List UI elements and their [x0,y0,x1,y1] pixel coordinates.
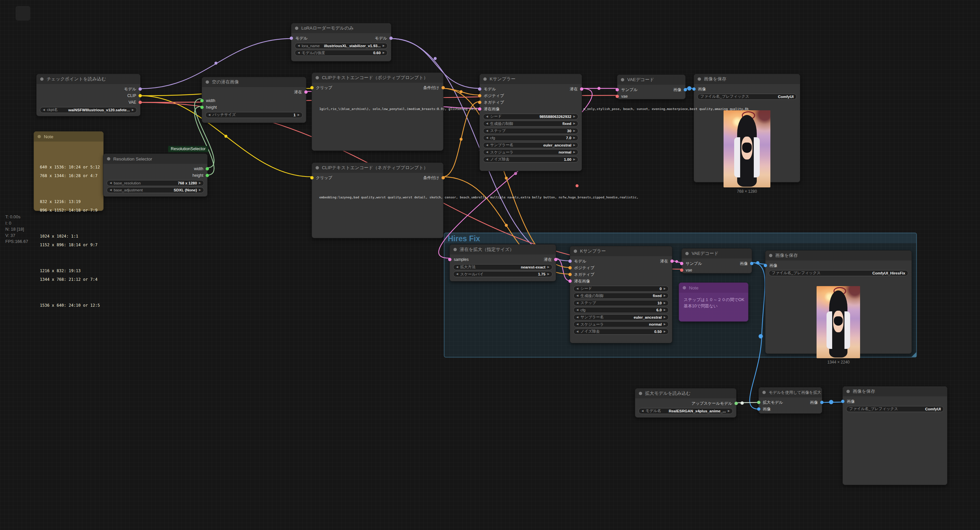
base-adjustment-widget[interactable]: ◀base_adjustmentSDXL (None)▶ [107,187,204,193]
clip-port-icon[interactable] [138,94,142,97]
next-arrow-icon[interactable]: ▶ [132,109,134,111]
denoise-widget[interactable]: ◀ノイズ除去1.00▶ [483,156,578,162]
node-empty-latent[interactable]: 空の潜在画像 潜在 width height ◀バッチサイズ1▶ [202,77,306,123]
seed-widget[interactable]: ◀シード985588063262932▶ [483,114,578,119]
latent-port-icon[interactable] [554,258,557,261]
collapse-dot-icon[interactable] [316,76,319,80]
next-arrow-icon[interactable]: ▶ [573,122,575,125]
next-arrow-icon[interactable]: ▶ [664,287,666,290]
input-image[interactable]: 画像 [768,263,777,269]
image-port-icon[interactable] [820,401,824,404]
output-latent[interactable]: 潜在 [570,86,579,92]
generated-image-preview[interactable] [816,286,860,358]
next-arrow-icon[interactable]: ▶ [298,114,300,116]
node-vae-decode-1[interactable]: VAEデコード サンプル 画像 vae [617,75,686,99]
prev-arrow-icon[interactable]: ◀ [486,158,488,161]
input-clip[interactable]: クリップ [315,85,332,91]
ckpt-name-widget[interactable]: ◀ckpt名waiNSFWIllustrious_v120.safete...▶ [40,107,137,113]
negative-prompt-text[interactable]: embedding:lazyneg,bad quality,worst qual… [319,196,638,199]
next-arrow-icon[interactable]: ▶ [573,130,575,132]
clip-port-icon[interactable] [310,176,313,180]
cfg-widget[interactable]: ◀cfg6.0▶ [573,307,669,313]
node-vae-decode-2[interactable]: VAEデコード サンプル 画像 vae [681,248,752,274]
prev-arrow-icon[interactable]: ◀ [486,115,488,118]
collapse-dot-icon[interactable] [107,157,110,161]
int-port-icon[interactable] [206,167,209,170]
collapse-dot-icon[interactable] [698,77,701,81]
node-graph-canvas[interactable]: Hires Fix [0,0,980,530]
int-port-icon[interactable] [200,106,204,109]
output-upscale-model[interactable]: アップスケールモデル [691,401,733,406]
model-name-widget[interactable]: ◀モデル名RealESRGAN_x4plus_anime_...▶ [638,408,733,414]
collapse-dot-icon[interactable] [484,77,487,81]
filename-prefix-widget[interactable]: ファイル名_プレフィックスComfyUI [697,94,797,100]
group-hires-fix-header[interactable] [444,233,916,243]
input-samples[interactable]: samples [453,257,469,262]
prev-arrow-icon[interactable]: ◀ [486,130,488,132]
model-port-icon[interactable] [478,88,481,91]
lora-name-widget[interactable]: ◀lora_nameillustriousXL_stabilizer_v1.93… [295,43,388,49]
vae-port-icon[interactable] [138,101,142,104]
next-arrow-icon[interactable]: ▶ [199,182,201,185]
input-samples[interactable]: サンプル [620,87,638,93]
conditioning-port-icon[interactable] [442,176,445,180]
cfg-widget[interactable]: ◀cfg7.0▶ [483,135,578,141]
node-clip-encode-positive[interactable]: CLIPテキストエンコード（ポジティブプロンプト） クリップ 条件付け 1gir… [312,72,444,151]
generated-image-preview[interactable] [724,110,770,188]
prev-arrow-icon[interactable]: ◀ [456,266,458,269]
next-arrow-icon[interactable]: ▶ [547,273,549,275]
scheduler-widget[interactable]: ◀スケジューラnormal▶ [573,322,669,327]
conditioning-port-icon[interactable] [478,101,481,104]
output-image[interactable]: 画像 [673,87,682,93]
conditioning-port-icon[interactable] [568,273,572,276]
prev-arrow-icon[interactable]: ◀ [576,330,578,333]
image-port-icon[interactable] [757,407,760,411]
batch-size-widget[interactable]: ◀バッチサイズ1▶ [205,112,303,118]
prev-arrow-icon[interactable]: ◀ [641,410,643,412]
node-load-upscale-model[interactable]: 拡大モデルを読み込む アップスケールモデル ◀モデル名RealESRGAN_x4… [635,388,737,418]
node-save-image-3[interactable]: 画像を保存 画像 ファイル名_プレフィックスComfyUI [842,386,947,485]
next-arrow-icon[interactable]: ▶ [664,309,666,311]
output-latent[interactable]: 潜在 [294,89,303,95]
prev-arrow-icon[interactable]: ◀ [486,144,488,146]
prev-arrow-icon[interactable]: ◀ [43,109,45,111]
prev-arrow-icon[interactable]: ◀ [486,122,488,125]
scale-by-widget[interactable]: ◀スケールバイ1.75▶ [453,271,552,277]
collapse-dot-icon[interactable] [621,78,624,81]
base-resolution-widget[interactable]: ◀base_resolution768 x 1280▶ [107,180,204,186]
collapse-dot-icon[interactable] [38,135,41,138]
prev-arrow-icon[interactable]: ◀ [208,114,210,116]
int-port-icon[interactable] [206,174,209,177]
input-latent-image[interactable]: 潜在画像 [573,279,590,284]
image-port-icon[interactable] [750,262,753,265]
steps-widget[interactable]: ◀ステップ10▶ [573,300,669,306]
node-upscale-latent[interactable]: 潜在を拡大（指定サイズ） samples 潜在 ◀拡大方法nearest-exa… [449,244,556,282]
output-clip[interactable]: CLIP [127,93,137,98]
conditioning-port-icon[interactable] [568,266,572,269]
next-arrow-icon[interactable]: ▶ [728,410,730,412]
output-conditioning[interactable]: 条件付け [423,175,440,181]
clip-port-icon[interactable] [310,86,313,89]
vae-port-icon[interactable] [616,95,619,98]
node-ksampler-1[interactable]: Kサンプラー モデル 潜在 ポジティブ ネガティブ 潜在画像 ◀シード98558… [479,74,582,171]
latent-port-icon[interactable] [580,88,583,91]
latent-port-icon[interactable] [478,107,481,111]
collapse-dot-icon[interactable] [453,248,457,251]
latent-port-icon[interactable] [304,91,308,94]
control-after-generate-widget[interactable]: ◀生成後の制御fixed▶ [483,121,578,127]
output-conditioning[interactable]: 条件付け [423,85,440,91]
node-resolution-selector[interactable]: Resolution Selector width height ◀base_r… [103,153,208,197]
node-note-resolutions[interactable]: Note 640 x 1536: 10:24 or 5:12768 x 1344… [33,131,103,211]
input-model[interactable]: モデル [573,258,586,264]
input-width[interactable]: width [205,99,215,103]
output-latent[interactable]: 潜在 [660,258,669,264]
model-port-icon[interactable] [138,88,142,91]
next-arrow-icon[interactable]: ▶ [573,151,575,153]
output-image[interactable]: 画像 [810,400,819,405]
input-negative[interactable]: ネガティブ [573,272,594,277]
node-note-steps[interactable]: Note ステップは１０～２０の間でOK 基本10で問題ない [679,282,748,322]
prev-arrow-icon[interactable]: ◀ [576,323,578,326]
next-arrow-icon[interactable]: ▶ [664,330,666,333]
latent-port-icon[interactable] [680,262,683,265]
prev-arrow-icon[interactable]: ◀ [576,309,578,311]
